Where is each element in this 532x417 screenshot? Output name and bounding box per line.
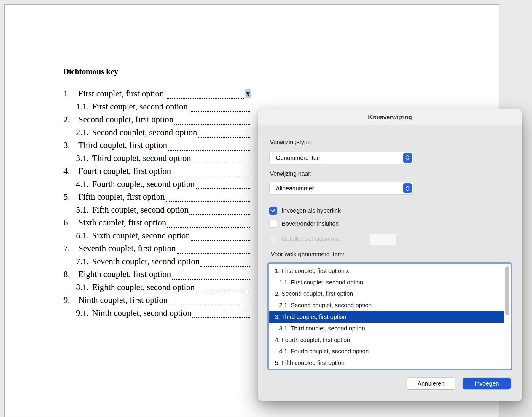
include-above-below-checkbox-row[interactable]: Boven/onder insluiten <box>269 220 339 228</box>
toc-item-text: Fifth couplet, first option <box>78 192 165 202</box>
toc-item-number: 1.1. <box>76 102 89 112</box>
include-above-below-checkbox-label: Boven/onder insluiten <box>282 220 339 227</box>
dotted-leader <box>172 279 250 280</box>
dotted-leader <box>198 137 250 138</box>
screen: { "document": { "title": "Dichtomous key… <box>0 0 532 417</box>
list-item[interactable]: 1.1. First couplet, second option <box>269 277 504 288</box>
toc-item-text: Sixth couplet, first option <box>78 218 166 227</box>
toc-row: 6.1.Sixth couplet, second option <box>63 231 251 244</box>
document-toc: 1.First couplet, first optionx1.1.First … <box>63 89 251 321</box>
reference-type-label: Verwijzingstype: <box>270 139 312 146</box>
list-item[interactable]: 4. Fourth couplet, first option <box>269 334 504 346</box>
hyperlink-checkbox-label: Invoegen als hyperlink <box>282 207 341 214</box>
toc-item-number: 4.1. <box>76 179 89 189</box>
toc-item-text: Ninth couplet, first option <box>78 295 168 305</box>
reference-target-label: Verwijzing naar: <box>270 170 312 177</box>
list-item[interactable]: 3.1. Third couplet, second option <box>269 323 504 334</box>
separator-input <box>370 233 397 245</box>
toc-row: 3.1.Third couplet, second option <box>63 153 251 166</box>
checkbox-unchecked-icon[interactable] <box>269 220 277 228</box>
toc-row: 7.1.Seventh couplet, second option <box>63 257 251 270</box>
toc-item-text: Seventh couplet, second option <box>92 257 200 266</box>
scrollbar-thumb[interactable] <box>505 266 509 315</box>
toc-item-text: Seventh couplet, first option <box>78 243 176 253</box>
toc-item-text: Fourth couplet, second option <box>92 179 195 189</box>
toc-item-text: Second couplet, second option <box>92 128 197 137</box>
numbered-item-list-label: Voor welk genummerd item: <box>271 251 344 258</box>
toc-item-text: Eighth couplet, second option <box>92 282 195 292</box>
dotted-leader <box>168 150 250 151</box>
checkbox-checked-icon[interactable] <box>269 207 277 215</box>
toc-row: 4.Fourth couplet, first option <box>63 166 251 179</box>
dotted-leader <box>192 163 250 163</box>
insert-button[interactable]: Invoegen <box>463 378 511 389</box>
toc-row: 8.1.Eighth couplet, second option <box>63 282 251 295</box>
toc-item-text: First couplet, second option <box>92 102 188 112</box>
toc-item-number: 3.1. <box>76 153 89 163</box>
toc-item-text: Third couplet, second option <box>92 153 191 163</box>
dotted-leader <box>196 292 250 292</box>
hyperlink-checkbox-row[interactable]: Invoegen als hyperlink <box>269 207 341 215</box>
toc-row: 1.1.First couplet, second option <box>63 102 251 115</box>
toc-row: 3.Third couplet, first option <box>63 140 251 153</box>
toc-item-number: 8. <box>63 269 78 279</box>
toc-row: 8.Eighth couplet, first option <box>63 269 251 282</box>
cancel-button[interactable]: Annuleren <box>407 378 455 389</box>
toc-item-number: 3. <box>63 140 78 150</box>
dotted-leader <box>189 111 250 112</box>
dotted-leader <box>196 188 250 189</box>
list-item[interactable]: 2. Second couplet, first option <box>269 288 504 300</box>
toc-item-number: 2.1. <box>76 128 89 137</box>
chevron-up-down-icon <box>403 153 412 163</box>
toc-item-number: 6.1. <box>76 231 89 241</box>
toc-item-number: 9. <box>63 295 78 305</box>
toc-item-number: 8.1. <box>76 282 89 292</box>
list-item[interactable]: 1. First couplet, first option x <box>269 265 504 277</box>
dotted-leader <box>172 176 250 176</box>
toc-row: 1.First couplet, first optionx <box>63 89 251 102</box>
separate-numbers-checkbox-label: Getallen scheiden met <box>282 235 341 242</box>
toc-item-number: 7. <box>63 243 78 253</box>
toc-item-text: Second couplet, first option <box>78 114 173 124</box>
dotted-leader <box>165 98 244 99</box>
dotted-leader <box>177 253 250 254</box>
list-item[interactable]: 2.1. Second couplet, second option <box>269 300 504 311</box>
dialog-title: Kruisverwijzing <box>368 114 412 121</box>
list-item-selected[interactable]: 3. Third couplet, first option <box>269 311 504 323</box>
dotted-leader <box>167 227 250 228</box>
toc-item-text: Sixth couplet, second option <box>92 231 190 241</box>
toc-row: 7.Seventh couplet, first option <box>63 243 251 257</box>
toc-item-text: Fourth couplet, first option <box>78 166 171 176</box>
list-item[interactable]: 5. Fifth couplet, first option <box>269 357 504 369</box>
separate-numbers-checkbox-row: Getallen scheiden met <box>269 235 341 243</box>
dotted-leader <box>200 266 250 267</box>
toc-item-number: 4. <box>63 166 78 176</box>
dotted-leader <box>192 317 250 318</box>
scrollbar-track[interactable] <box>504 264 511 369</box>
dialog-titlebar[interactable]: Kruisverwijzing <box>258 109 522 125</box>
reference-target-dropdown[interactable]: Alineanummer <box>269 182 413 195</box>
checkbox-disabled-icon <box>269 235 277 243</box>
toc-item-text: Eighth couplet, first option <box>78 269 171 279</box>
dotted-leader <box>168 305 250 305</box>
toc-row: 6.Sixth couplet, first option <box>63 218 251 231</box>
dotted-leader <box>189 214 250 215</box>
toc-item-number: 7.1. <box>76 257 89 266</box>
selected-cross-reference-text: x <box>245 89 251 98</box>
toc-row: 5.Fifth couplet, first option <box>63 192 251 205</box>
dotted-leader <box>166 201 250 202</box>
cross-reference-dialog: Kruisverwijzing Verwijzingstype: Genumme… <box>258 109 522 401</box>
toc-row: 4.1.Fourth couplet, second option <box>63 179 251 192</box>
toc-item-text: Third couplet, first option <box>78 140 167 150</box>
numbered-item-listbox[interactable]: 1. First couplet, first option x1.1. Fir… <box>267 262 512 370</box>
reference-type-dropdown[interactable]: Genummerd item <box>269 152 413 164</box>
toc-item-number: 1. <box>63 89 78 98</box>
toc-item-text: Fifth couplet, second option <box>92 205 189 215</box>
toc-item-number: 6. <box>63 218 78 227</box>
toc-item-number: 5.1. <box>76 205 89 215</box>
listbox-rows: 1. First couplet, first option x1.1. Fir… <box>269 265 504 369</box>
list-item[interactable]: 4.1. Fourth couplet, second option <box>269 346 504 357</box>
dotted-leader <box>174 124 250 125</box>
document-title: Dichtomous key <box>63 67 118 76</box>
chevron-up-down-icon <box>403 183 412 193</box>
